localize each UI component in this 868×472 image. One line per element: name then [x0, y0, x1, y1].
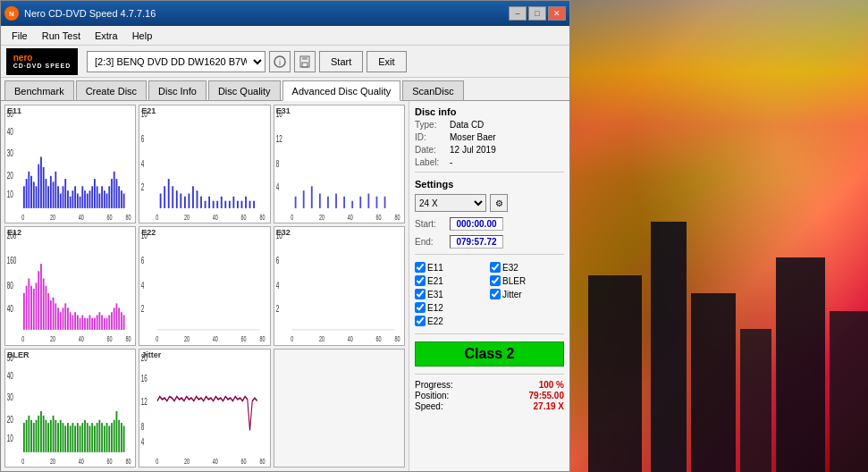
id-value: Moser Baer — [450, 132, 496, 142]
speed-value: 27.19 X — [534, 401, 564, 411]
svg-rect-222 — [97, 423, 98, 452]
speed-row-progress: Speed: 27.19 X — [415, 401, 564, 411]
checkbox-e22[interactable] — [415, 316, 426, 326]
svg-text:40: 40 — [7, 126, 13, 137]
menu-run-test[interactable]: Run Test — [35, 29, 88, 43]
date-value: 12 Jul 2019 — [450, 145, 496, 155]
drive-info-button[interactable]: i — [269, 51, 291, 72]
chart-e32-label: E32 — [276, 228, 291, 237]
checkbox-bler-row: BLER — [490, 275, 564, 286]
svg-rect-122 — [28, 279, 29, 330]
tab-disc-info[interactable]: Disc Info — [148, 80, 206, 100]
svg-text:6: 6 — [141, 255, 145, 266]
minimize-button[interactable]: – — [509, 6, 527, 21]
svg-rect-157 — [114, 308, 115, 331]
chart-jitter-label: Jitter — [141, 350, 161, 359]
window-controls: – □ ✕ — [509, 6, 566, 21]
svg-rect-48 — [104, 190, 105, 208]
svg-rect-85 — [237, 201, 239, 208]
svg-rect-218 — [87, 423, 88, 452]
chart-e22: E22 10 6 4 2 0 20 40 60 80 — [139, 226, 270, 345]
tab-scandisc[interactable]: ScanDisc — [402, 80, 463, 100]
menu-extra[interactable]: Extra — [88, 29, 125, 43]
svg-rect-52 — [114, 172, 115, 208]
svg-rect-26 — [50, 176, 52, 208]
svg-rect-141 — [74, 313, 76, 331]
speed-selector[interactable]: 24 X — [415, 194, 486, 212]
building-1 — [588, 275, 642, 472]
checkbox-e31-label: E31 — [427, 290, 443, 299]
svg-text:12: 12 — [141, 396, 147, 407]
svg-text:2: 2 — [275, 304, 279, 315]
checkbox-e21-label: E21 — [427, 276, 443, 286]
svg-rect-143 — [80, 318, 81, 330]
svg-text:80: 80 — [260, 334, 265, 344]
svg-rect-209 — [64, 426, 66, 452]
tab-advanced-disc-quality[interactable]: Advanced Disc Quality — [282, 80, 401, 101]
svg-rect-207 — [60, 419, 62, 451]
checkbox-e11[interactable] — [415, 262, 426, 273]
svg-text:20: 20 — [50, 456, 55, 466]
checkbox-e12[interactable] — [415, 302, 426, 313]
svg-rect-154 — [106, 318, 108, 330]
svg-rect-134 — [57, 308, 59, 331]
menu-file[interactable]: File — [4, 29, 35, 43]
building-2 — [651, 222, 687, 472]
svg-rect-121 — [26, 286, 28, 330]
save-button[interactable] — [294, 51, 316, 72]
tab-create-disc[interactable]: Create Disc — [76, 80, 147, 100]
svg-rect-4 — [302, 63, 308, 67]
disc-date-row: Date: 12 Jul 2019 — [415, 145, 564, 155]
chart-e21: E21 10 6 4 2 0 20 40 60 80 — [139, 105, 270, 223]
svg-rect-129 — [46, 286, 47, 330]
svg-text:10: 10 — [7, 433, 13, 443]
checkbox-e21[interactable] — [415, 275, 426, 286]
chart-bler: BLER 50 40 30 20 10 0 20 40 60 80 — [4, 349, 136, 468]
calibrate-button[interactable]: ⚙ — [490, 194, 508, 212]
checkbox-e12-label: E12 — [427, 303, 443, 313]
exit-button[interactable]: Exit — [367, 51, 406, 72]
menu-help[interactable]: Help — [125, 29, 160, 43]
svg-rect-47 — [101, 186, 103, 208]
svg-rect-83 — [229, 201, 231, 208]
checkbox-e32[interactable] — [490, 262, 501, 273]
svg-text:0: 0 — [291, 212, 293, 222]
checkbox-e32-label: E32 — [502, 263, 518, 273]
svg-rect-205 — [55, 419, 56, 451]
svg-rect-128 — [43, 279, 45, 330]
disc-type-row: Type: Data CD — [415, 120, 564, 130]
svg-rect-44 — [94, 179, 96, 208]
disc-id-row: ID: Moser Baer — [415, 132, 564, 142]
svg-rect-24 — [46, 179, 47, 208]
progress-label: Progress: — [415, 380, 453, 390]
maximize-button[interactable]: □ — [528, 6, 546, 21]
checkbox-jitter[interactable] — [490, 289, 501, 299]
svg-text:40: 40 — [213, 212, 218, 222]
svg-text:20: 20 — [184, 212, 190, 222]
speed-row: 24 X ⚙ — [415, 194, 564, 212]
svg-rect-102 — [319, 193, 321, 207]
svg-rect-131 — [50, 300, 52, 330]
checkbox-e31[interactable] — [415, 289, 426, 299]
svg-rect-155 — [108, 316, 110, 330]
svg-rect-215 — [80, 426, 81, 452]
svg-rect-79 — [213, 201, 215, 208]
svg-text:40: 40 — [347, 212, 352, 222]
checkbox-bler[interactable] — [490, 275, 501, 286]
svg-rect-81 — [221, 197, 223, 208]
title-bar: N Nero CD-DVD Speed 4.7.7.16 – □ ✕ — [1, 1, 569, 26]
svg-rect-229 — [114, 419, 115, 451]
svg-rect-74 — [192, 186, 194, 208]
svg-rect-227 — [108, 426, 110, 452]
svg-rect-150 — [97, 316, 98, 330]
start-button[interactable]: Start — [319, 51, 363, 72]
svg-rect-201 — [46, 419, 47, 451]
svg-rect-232 — [121, 423, 122, 452]
drive-selector[interactable]: [2:3] BENQ DVD DD DW1620 B7W9 — [87, 51, 265, 72]
tab-benchmark[interactable]: Benchmark — [4, 80, 74, 100]
svg-rect-35 — [72, 190, 73, 208]
close-button[interactable]: ✕ — [548, 6, 566, 21]
tab-disc-quality[interactable]: Disc Quality — [208, 80, 281, 100]
svg-rect-105 — [343, 197, 345, 208]
label-label: Label: — [415, 157, 446, 167]
